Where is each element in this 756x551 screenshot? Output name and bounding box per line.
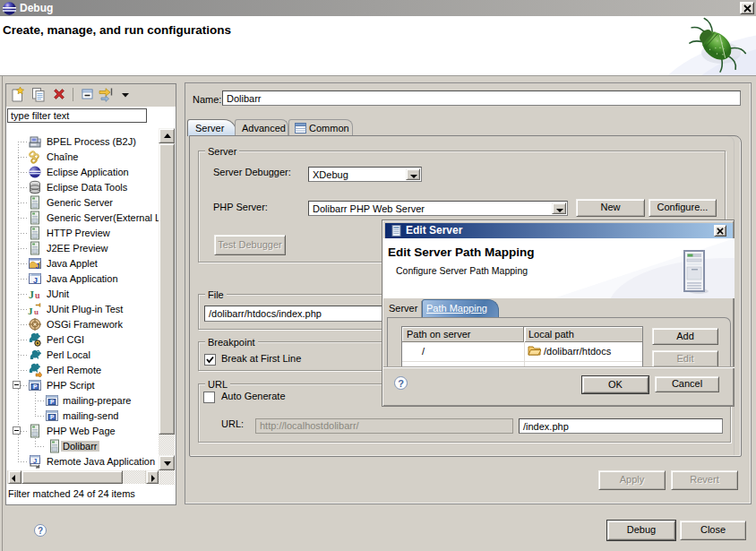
svg-text:P: P — [33, 383, 38, 390]
svg-text:u: u — [34, 307, 39, 316]
svg-text:J: J — [28, 306, 33, 316]
svg-text:J: J — [36, 262, 40, 271]
svg-text:P: P — [50, 414, 55, 420]
svg-text:P: P — [50, 399, 55, 405]
svg-text:J: J — [33, 457, 37, 465]
svg-text:J: J — [33, 276, 38, 285]
svg-text:u: u — [35, 290, 40, 300]
svg-text:J: J — [29, 288, 34, 301]
